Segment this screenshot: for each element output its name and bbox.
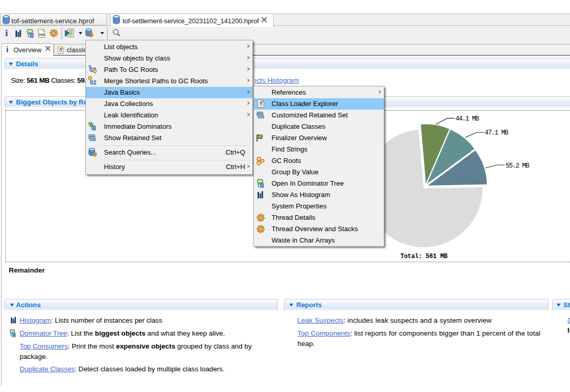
svg-text:OQL: OQL (39, 33, 46, 36)
